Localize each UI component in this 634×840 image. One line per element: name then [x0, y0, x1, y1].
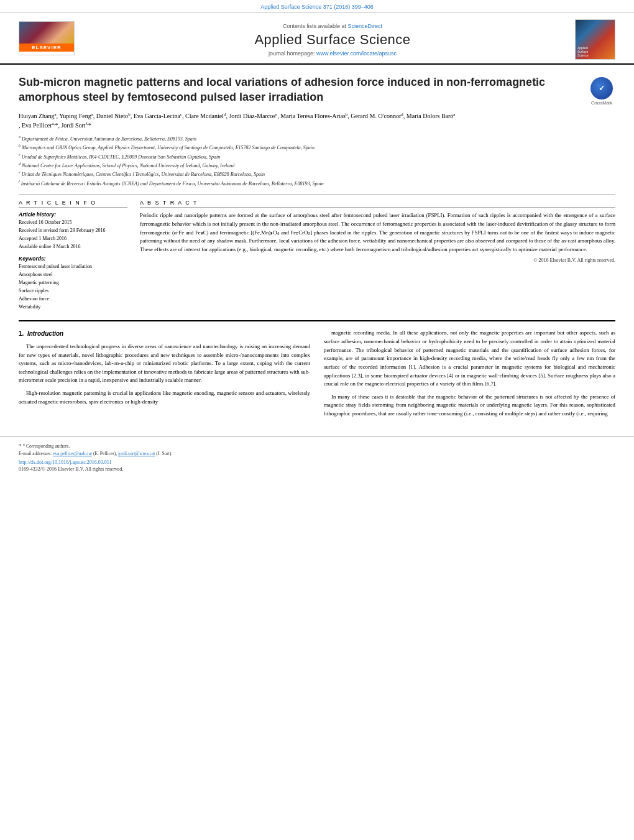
doi-link[interactable]: http://dx.doi.org/10.1016/j.apsusc.2016.… [19, 459, 112, 465]
journal-header: ELSEVIER Contents lists available at Sci… [0, 13, 634, 65]
authors: Huiyan Zhanga, Yuping Fenga, Daniel Niet… [19, 111, 615, 131]
star-symbol: * [19, 443, 22, 449]
homepage-link[interactable]: www.elsevier.com/locate/apsusc [316, 50, 397, 57]
article-area: Sub-micron magnetic patterns and local v… [0, 65, 634, 429]
title-section: Sub-micron magnetic patterns and local v… [19, 75, 615, 105]
article-info-header: A R T I C L E I N F O [19, 200, 127, 208]
section-divider-1 [19, 194, 615, 195]
article-info-col: A R T I C L E I N F O Article history: R… [19, 200, 127, 312]
journal-thumb-label: AppliedSurfaceScience [577, 46, 589, 57]
intro-para-3: magnetic recording media. In all these a… [324, 329, 615, 388]
email1-link[interactable]: eva.pellicer@uab.cat [53, 451, 92, 456]
received-date: Received 16 October 2015 [19, 219, 127, 226]
keyword-6: Wettability [19, 303, 127, 311]
abstract-col: A B S T R A C T Periodic ripple and nano… [140, 200, 615, 312]
revised-date: Received in revised form 29 February 201… [19, 227, 127, 234]
abstract-text: Periodic ripple and nanoripple patterns … [140, 211, 615, 254]
intro-para-2: High-resolution magnetic patterning is c… [19, 389, 310, 406]
journal-logo-area: ELSEVIER [19, 21, 99, 58]
keyword-1: Femtosecond pulsed laser irradiation [19, 263, 127, 270]
available-date: Available online 3 March 2016 [19, 243, 127, 251]
journal-header-center: Contents lists available at ScienceDirec… [99, 23, 566, 57]
article-history-label: Article history: [19, 211, 127, 218]
intro-para-1: The unprecedented technological progress… [19, 343, 310, 385]
email2-name: (J. Sort). [156, 451, 172, 456]
abstract-header: A B S T R A C T [140, 200, 615, 208]
contents-available-line: Contents lists available at ScienceDirec… [99, 23, 566, 29]
elsevier-logo: ELSEVIER [19, 21, 99, 58]
keyword-4: Surface ripples [19, 287, 127, 295]
journal-top-bar: Applied Surface Science 371 (2016) 399–4… [0, 0, 634, 13]
sciencedirect-link[interactable]: ScienceDirect [348, 23, 383, 29]
body-right-col: magnetic recording media. In all these a… [324, 329, 615, 422]
article-title: Sub-micron magnetic patterns and local v… [19, 75, 588, 105]
keyword-5: Adhesion force [19, 295, 127, 303]
doi-line: http://dx.doi.org/10.1016/j.apsusc.2016.… [19, 459, 615, 465]
crossmark-icon[interactable]: ✓ [590, 77, 613, 99]
journal-citation: Applied Surface Science 371 (2016) 399–4… [260, 4, 374, 10]
homepage-line: journal homepage: www.elsevier.com/locat… [99, 50, 566, 57]
intro-para-4: In many of these cases it is desirable t… [324, 393, 615, 418]
elsevier-decorative-image [19, 22, 74, 44]
crossmark-label: CrossMark [591, 101, 612, 105]
keyword-2: Amorphous steel [19, 271, 127, 279]
keywords-label: Keywords: [19, 256, 127, 262]
body-left-col: 1. Introduction The unprecedented techno… [19, 329, 310, 422]
article-footer: * * Corresponding authors. E-mail addres… [0, 436, 634, 479]
elsevier-image-box: ELSEVIER [19, 21, 75, 55]
journal-thumbnail-area: AppliedSurfaceScience [566, 19, 615, 60]
email2-link[interactable]: jordi.sort@icrea.cat [118, 451, 155, 456]
affiliations: a Departament de Física, Universitat Aut… [19, 134, 615, 188]
email-addresses-note: E-mail addresses: eva.pellicer@uab.cat (… [19, 450, 615, 457]
email1-name: (E. Pellicer), [93, 451, 117, 456]
info-abstract-row: A R T I C L E I N F O Article history: R… [19, 200, 615, 312]
keyword-3: Magnetic patterning [19, 279, 127, 287]
journal-title: Applied Surface Science [99, 32, 566, 48]
main-section-divider [19, 320, 615, 321]
intro-heading: 1. Introduction [19, 329, 310, 339]
page: Applied Surface Science 371 (2016) 399–4… [0, 0, 634, 840]
accepted-date: Accepted 1 March 2016 [19, 235, 127, 242]
crossmark-symbol: ✓ [599, 84, 605, 93]
keywords-section: Keywords: Femtosecond pulsed laser irrad… [19, 256, 127, 311]
intro-number: 1. [19, 330, 27, 337]
issn-line: 0169-4332/© 2016 Elsevier B.V. All right… [19, 466, 615, 472]
elsevier-brand-bar: ELSEVIER [19, 44, 74, 52]
journal-thumbnail: AppliedSurfaceScience [575, 19, 615, 60]
corresponding-label: * Corresponding authors. [22, 443, 70, 449]
intro-title: Introduction [27, 330, 63, 337]
corresponding-authors-note: * * Corresponding authors. [19, 442, 615, 451]
crossmark-box: ✓ CrossMark [588, 75, 615, 105]
copyright-line: © 2016 Elsevier B.V. All rights reserved… [140, 257, 615, 263]
body-two-col: 1. Introduction The unprecedented techno… [19, 329, 615, 422]
email-label: E-mail addresses: [19, 451, 52, 456]
